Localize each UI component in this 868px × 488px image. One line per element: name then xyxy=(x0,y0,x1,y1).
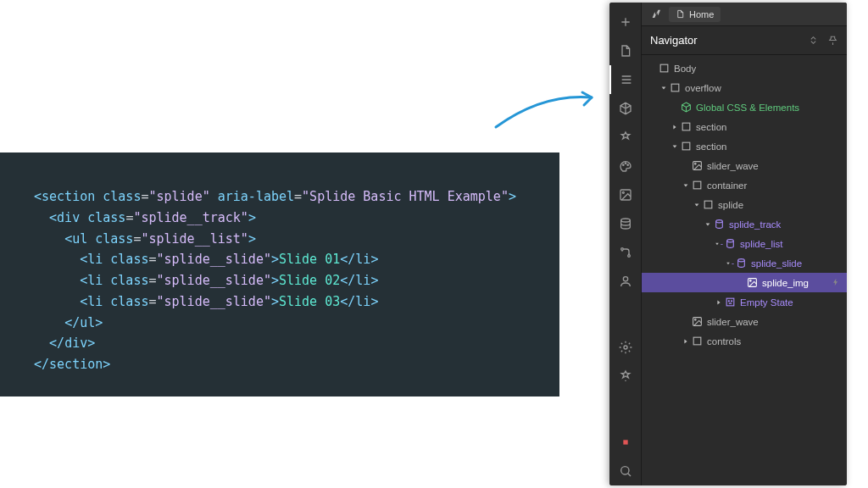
panel-main: Home Navigator BodyoverflowGlobal CSS & … xyxy=(642,3,847,485)
tree-label: splide_img xyxy=(762,278,809,288)
tree-toggle[interactable] xyxy=(682,337,690,346)
page-icon[interactable] xyxy=(609,36,642,65)
svg-point-4 xyxy=(622,191,624,193)
db-icon xyxy=(736,258,747,269)
image-icon xyxy=(747,277,758,288)
panel-header: Navigator xyxy=(642,26,847,55)
tree-row-splide-img[interactable]: splide_img xyxy=(642,273,847,292)
tree-label: splide_list xyxy=(740,239,783,249)
tree-toggle[interactable]: - xyxy=(715,240,723,248)
tree-label: controls xyxy=(707,336,741,347)
svg-rect-18 xyxy=(693,181,701,189)
tree-label: Empty State xyxy=(740,297,793,308)
tree-toggle xyxy=(648,64,657,73)
nav-icon[interactable] xyxy=(609,65,642,94)
svg-point-0 xyxy=(622,164,623,165)
tree-toggle[interactable]: - xyxy=(726,259,734,268)
breadcrumb-bar: Home xyxy=(642,3,847,26)
tree-row-slider-wave[interactable]: slider_wave xyxy=(642,312,847,331)
tree-toggle[interactable] xyxy=(682,181,690,190)
svg-rect-12 xyxy=(660,64,668,72)
box-icon xyxy=(692,336,703,347)
tree-label: splide_track xyxy=(729,219,781,230)
svg-point-24 xyxy=(750,280,752,282)
svg-point-20 xyxy=(716,220,723,223)
tree-row-slider-wave[interactable]: slider_wave xyxy=(642,156,847,175)
svg-rect-10 xyxy=(623,440,627,444)
svg-point-29 xyxy=(695,319,697,321)
tree-toggle[interactable] xyxy=(670,142,679,151)
audit-icon[interactable] xyxy=(609,428,642,457)
add-icon[interactable] xyxy=(609,8,642,36)
tree-toggle[interactable] xyxy=(704,220,712,229)
image-icon[interactable] xyxy=(609,180,642,209)
tree-row-controls[interactable]: controls xyxy=(642,331,847,351)
svg-rect-19 xyxy=(704,201,712,208)
svg-point-5 xyxy=(620,219,630,222)
code-block: <section class="splide" aria-label="Spli… xyxy=(0,152,559,396)
box-icon xyxy=(703,199,714,210)
tree-label: section xyxy=(696,122,726,132)
box-icon xyxy=(692,180,703,191)
left-icon-rail xyxy=(609,3,642,485)
svg-point-2 xyxy=(627,164,628,165)
users-icon[interactable] xyxy=(609,267,642,296)
tree-label: splide xyxy=(718,200,743,210)
collapse-icon[interactable] xyxy=(808,35,819,46)
svg-point-22 xyxy=(738,259,745,262)
tree-toggle[interactable] xyxy=(670,123,679,131)
tree-label: section xyxy=(696,141,726,152)
tree-row-body[interactable]: Body xyxy=(642,58,847,78)
tree-row-section[interactable]: section xyxy=(642,117,847,136)
breadcrumb-home-label: Home xyxy=(689,9,714,19)
svg-point-7 xyxy=(627,255,630,258)
tree-row-container[interactable]: container xyxy=(642,175,847,195)
panel-header-icons xyxy=(808,35,838,46)
pin-icon[interactable] xyxy=(827,35,838,46)
db-icon xyxy=(725,238,736,249)
assets-icon[interactable] xyxy=(609,123,642,152)
image-icon xyxy=(692,316,703,327)
tree-toggle xyxy=(682,318,690,326)
breadcrumb-home[interactable]: Home xyxy=(669,7,721,22)
tree-toggle[interactable] xyxy=(659,84,668,92)
svg-point-9 xyxy=(624,346,627,349)
tree-row-splide-slide[interactable]: -splide_slide xyxy=(642,253,847,273)
tree-label: slider_wave xyxy=(707,317,759,327)
cms-icon[interactable] xyxy=(609,209,642,238)
logic-icon[interactable] xyxy=(609,238,642,267)
tree-label: Body xyxy=(674,64,696,74)
svg-rect-25 xyxy=(726,298,734,306)
components-icon[interactable] xyxy=(609,94,642,123)
tree-toggle[interactable] xyxy=(693,201,701,209)
tree-row-splide-track[interactable]: splide_track xyxy=(642,214,847,234)
navigator-tree: BodyoverflowGlobal CSS & Elementssection… xyxy=(642,55,847,485)
svg-rect-15 xyxy=(682,142,690,150)
tree-row-global-css-elements[interactable]: Global CSS & Elements xyxy=(642,97,847,117)
empty-icon xyxy=(725,297,736,308)
svg-point-27 xyxy=(732,301,732,302)
svg-rect-14 xyxy=(682,123,690,130)
help-icon[interactable] xyxy=(609,362,642,391)
tree-toggle xyxy=(670,103,679,112)
palette-icon[interactable] xyxy=(609,152,642,180)
tree-row-section[interactable]: section xyxy=(642,136,847,156)
svg-point-6 xyxy=(620,248,623,251)
bolt-icon xyxy=(832,278,840,288)
tree-label: slider_wave xyxy=(707,161,759,171)
settings-icon[interactable] xyxy=(609,333,642,362)
tree-row-overflow[interactable]: overflow xyxy=(642,78,847,97)
tree-row-splide[interactable]: splide xyxy=(642,195,847,214)
search-icon[interactable] xyxy=(609,457,642,485)
tree-label: splide_slide xyxy=(751,258,802,269)
tree-toggle xyxy=(737,279,745,287)
tree-row-empty-state[interactable]: Empty State xyxy=(642,292,847,312)
svg-point-17 xyxy=(695,164,697,165)
box-icon xyxy=(681,121,692,132)
panel-title: Navigator xyxy=(650,34,698,47)
tree-toggle[interactable] xyxy=(715,298,723,307)
svg-point-21 xyxy=(727,240,734,242)
tree-row-splide-list[interactable]: -splide_list xyxy=(642,234,847,253)
box-icon xyxy=(670,82,681,93)
tree-label: container xyxy=(707,180,747,191)
